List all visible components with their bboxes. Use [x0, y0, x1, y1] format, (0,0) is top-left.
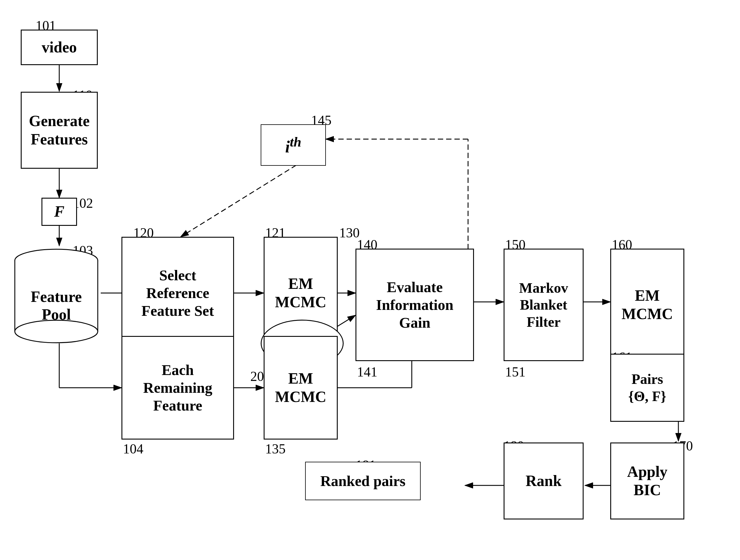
ranked-pairs-label: Ranked pairs [320, 472, 405, 490]
pairs-box: Pairs{Θ, F} [610, 354, 684, 422]
evaluate-info-gain-box: EvaluateInformationGain [356, 249, 474, 361]
pairs-label: Pairs{Θ, F} [628, 370, 666, 405]
generate-features-label: GenerateFeatures [29, 112, 89, 149]
diagram: 101 video 110 GenerateFeatures 102 F 103… [0, 0, 740, 560]
apply-bic-label: ApplyBIC [627, 463, 667, 499]
ith-label: ith [285, 133, 301, 157]
select-reference-label: SelectReferenceFeature Set [142, 266, 214, 320]
select-reference-box: SelectReferenceFeature Set [121, 237, 234, 349]
label-141: 141 [357, 364, 377, 380]
ranked-pairs-box: Ranked pairs [305, 462, 421, 500]
f-label: F [54, 203, 65, 221]
svg-text:Pool: Pool [42, 306, 71, 323]
svg-text:Feature: Feature [31, 288, 82, 305]
f-box: F [41, 198, 77, 226]
rank-box: Rank [503, 443, 583, 520]
feature-pool-cylinder: Feature Pool [12, 249, 101, 346]
svg-point-27 [15, 320, 98, 343]
label-151: 151 [505, 364, 526, 380]
apply-bic-box: ApplyBIC [610, 443, 684, 520]
em-mcmc-bottom-label: EMMCMC [275, 369, 326, 407]
markov-blanket-label: MarkovBlanketFilter [519, 279, 568, 331]
rank-label: Rank [526, 472, 561, 490]
ith-box: ith [261, 124, 326, 166]
label-104: 104 [123, 441, 144, 457]
em-mcmc-right-box: EMMCMC [610, 249, 684, 361]
markov-blanket-box: MarkovBlanketFilter [503, 249, 583, 361]
video-box: video [21, 30, 98, 65]
em-mcmc-bottom-box: EMMCMC [264, 336, 338, 440]
video-label: video [42, 38, 77, 57]
label-135: 135 [265, 441, 286, 457]
each-remaining-box: EachRemainingFeature [121, 336, 234, 440]
em-mcmc-right-label: EMMCMC [622, 287, 673, 324]
generate-features-box: GenerateFeatures [21, 92, 98, 169]
each-remaining-label: EachRemainingFeature [143, 361, 212, 414]
label-130: 130 [339, 225, 360, 241]
em-mcmc-top-label: EMMCMC [275, 275, 326, 312]
evaluate-info-gain-label: EvaluateInformationGain [376, 278, 453, 332]
